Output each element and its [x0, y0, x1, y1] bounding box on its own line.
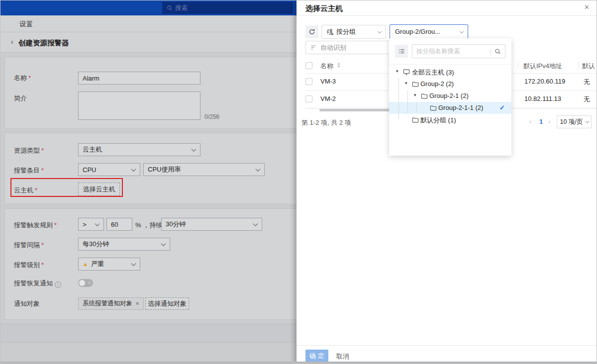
top-nav-bar: 搜索 [0, 0, 297, 15]
footer-divider [297, 345, 597, 346]
toggle-off-icon: ✕ [88, 280, 91, 285]
name-label: 名称* [14, 74, 31, 83]
alarm-item-label: 报警条目* [14, 166, 44, 175]
row-checkbox[interactable] [305, 95, 312, 102]
background-page: 搜索 设置 ‹ 创建资源报警器 名称* 简介 0/256 资源类型* 云主机 [0, 0, 297, 364]
level-select[interactable]: ▲ 严重 [78, 258, 140, 271]
column-header-ipv4[interactable]: 默认IPv4地址 [523, 62, 562, 71]
form-section-rules: 报警触发规则* > % ，持续 30分钟 报警间隔* 每30分钟 报警级别* ▲… [4, 208, 297, 320]
tree-list-toggle-button[interactable] [395, 45, 408, 58]
interval-select[interactable]: 每30分钟 [78, 238, 170, 251]
cell-vm-name: VM-2 [320, 95, 336, 102]
window-scrollbar-strip[interactable] [0, 362, 597, 364]
resource-type-select[interactable]: 云主机 [78, 143, 200, 156]
level-label: 报警级别* [14, 261, 44, 270]
trigger-unit-text: % ，持续 [135, 221, 162, 230]
cell-vm-ipv4: 10.82.111.13 [524, 95, 561, 102]
cell-vm-ipv4: 172.20.60.119 [524, 78, 565, 85]
trigger-operator-select[interactable]: > [78, 218, 104, 231]
search-icon [495, 48, 501, 55]
back-chevron-icon[interactable]: ‹ [11, 38, 13, 46]
form-section-basic: 名称* 简介 0/256 [4, 57, 297, 129]
chevron-down-icon [131, 167, 136, 172]
input-divider: | [490, 48, 492, 55]
check-icon: ✓ [499, 104, 505, 111]
caret-down-icon[interactable]: ▾ [396, 69, 398, 74]
tree-node-all-vms[interactable]: ▾ 全部云主机 (3) [389, 66, 511, 78]
name-input[interactable] [78, 72, 200, 85]
cancel-button[interactable]: 取消 [336, 352, 349, 361]
resource-type-label: 资源类型* [14, 146, 44, 155]
caret-down-icon[interactable]: ▾ [405, 81, 407, 86]
tree-node-default-group[interactable]: 默认分组 (1) [389, 114, 511, 126]
notify-label: 通知对象 [14, 299, 40, 308]
metric-category-select[interactable]: CPU [78, 163, 140, 176]
cell-vm-extra: 无 [584, 78, 590, 87]
column-header-name[interactable]: 名称 [320, 62, 333, 71]
select-vm-drawer: 选择云主机 ✕ 按分组 Group-2/Grou... 自动识别 名称 默认IP… [297, 0, 597, 364]
tree-guide-line [416, 102, 417, 112]
tag-remove-icon[interactable]: ✕ [135, 301, 139, 306]
trigger-duration-select[interactable]: 30分钟 [161, 218, 262, 231]
info-icon: i [55, 281, 61, 288]
tree-guide-line [398, 78, 399, 120]
refresh-button[interactable] [305, 25, 318, 38]
chevron-down-icon [460, 29, 464, 33]
refresh-icon [308, 28, 315, 35]
metric-select[interactable]: CPU使用率 [143, 163, 265, 176]
table-summary: 第 1-2 项, 共 2 项 [301, 118, 351, 127]
caret-down-icon[interactable]: ▾ [414, 92, 416, 97]
chevron-down-icon [256, 167, 261, 172]
description-label: 简介 [14, 94, 27, 103]
breadcrumb-bar: ‹ 创建资源报警器 [0, 32, 297, 53]
settings-bar: 设置 [0, 15, 297, 32]
annotation-highlight-box [10, 178, 123, 197]
tree-search-field[interactable] [416, 48, 487, 55]
tree-search-input[interactable]: | [412, 44, 505, 58]
select-notify-button[interactable]: 选择通知对象 [145, 297, 189, 310]
name-input-field[interactable] [83, 75, 196, 82]
header-divider [297, 15, 597, 16]
tree-node-group-2[interactable]: ▾ Group-2 (2) [389, 78, 511, 90]
group-by-select[interactable]: 按分组 [321, 25, 386, 39]
trigger-threshold-field[interactable] [111, 221, 128, 228]
trigger-threshold-input[interactable] [106, 218, 132, 231]
settings-menu-item[interactable]: 设置 [19, 20, 33, 29]
chevron-down-icon [161, 241, 166, 246]
chevron-down-icon [253, 221, 258, 226]
group-tree-icon [327, 29, 333, 35]
page-size-select[interactable]: 10 项/页 [557, 115, 592, 128]
page-next-button[interactable]: › [548, 118, 550, 125]
char-counter: 0/256 [204, 113, 219, 120]
chevron-down-icon [95, 221, 100, 226]
popover-divider [389, 64, 511, 65]
folder-icon [421, 92, 428, 99]
select-all-checkbox[interactable] [305, 62, 312, 69]
page-title: 创建资源报警器 [18, 38, 69, 48]
description-textarea[interactable] [78, 91, 200, 120]
chevron-down-icon [192, 147, 197, 152]
interval-label: 报警间隔* [14, 241, 44, 250]
chevron-down-icon [586, 119, 590, 123]
close-icon[interactable]: ✕ [584, 3, 590, 11]
column-header-clipped[interactable]: 默认 [582, 62, 595, 71]
row-checkbox[interactable] [305, 78, 312, 85]
global-search-placeholder: 搜索 [175, 4, 188, 12]
ok-button[interactable]: 确定 [305, 350, 328, 362]
global-search-input[interactable]: 搜索 [162, 2, 293, 14]
page-current[interactable]: 1 [539, 118, 543, 125]
recover-label: 报警恢复通知i [14, 279, 61, 288]
group-path-select[interactable]: Group-2/Grou... [390, 24, 468, 39]
warning-icon: ▲ [83, 261, 88, 267]
app-window: 搜索 设置 ‹ 创建资源报警器 名称* 简介 0/256 资源类型* 云主机 [0, 0, 597, 364]
trigger-rule-label: 报警触发规则* [14, 221, 57, 230]
group-tree-popover: | ▾ 全部云主机 (3) ▾ Group-2 (2) ▾ Group-2-1 … [389, 38, 511, 156]
toggle-knob [79, 280, 85, 286]
chevron-down-icon [131, 261, 136, 266]
chevron-down-icon [378, 29, 382, 33]
sort-icon[interactable] [337, 63, 340, 68]
page-prev-button[interactable]: ‹ [529, 118, 531, 125]
recover-toggle[interactable]: ✕ [78, 279, 93, 287]
column-separator [578, 62, 579, 69]
notify-tag: 系统报警通知对象 ✕ [78, 297, 144, 310]
